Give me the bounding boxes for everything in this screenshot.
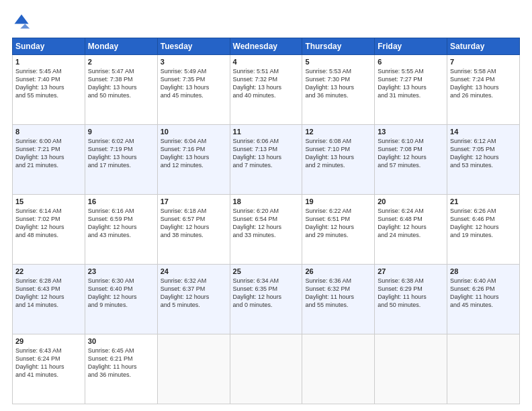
day-number: 16 [88, 197, 154, 205]
calendar-cell: 7Sunrise: 5:58 AMSunset: 7:24 PMDaylight… [447, 55, 520, 125]
week-row-4: 22Sunrise: 6:28 AMSunset: 6:43 PMDayligh… [13, 265, 520, 334]
calendar-cell: 13Sunrise: 6:10 AMSunset: 7:08 PMDayligh… [375, 125, 447, 195]
weekday-header-thursday: Thursday [302, 38, 375, 55]
calendar-cell: 17Sunrise: 6:18 AMSunset: 6:57 PMDayligh… [157, 195, 230, 265]
day-number: 13 [378, 128, 444, 136]
day-number: 3 [161, 58, 227, 66]
cell-details: Sunrise: 6:45 AMSunset: 6:21 PMDaylight:… [88, 347, 154, 379]
cell-details: Sunrise: 5:58 AMSunset: 7:24 PMDaylight:… [450, 67, 517, 100]
calendar-cell: 15Sunrise: 6:14 AMSunset: 7:02 PMDayligh… [13, 195, 85, 265]
day-number: 26 [305, 267, 371, 275]
calendar-cell: 11Sunrise: 6:06 AMSunset: 7:13 PMDayligh… [230, 125, 302, 195]
calendar-cell: 26Sunrise: 6:36 AMSunset: 6:32 PMDayligh… [302, 265, 375, 334]
day-number: 19 [305, 197, 371, 205]
calendar-cell: 16Sunrise: 6:16 AMSunset: 6:59 PMDayligh… [85, 195, 157, 265]
day-number: 9 [88, 128, 154, 136]
calendar-cell: 9Sunrise: 6:02 AMSunset: 7:19 PMDaylight… [85, 125, 157, 195]
page: SundayMondayTuesdayWednesdayThursdayFrid… [0, 0, 532, 411]
day-number: 17 [161, 197, 227, 205]
week-row-3: 15Sunrise: 6:14 AMSunset: 7:02 PMDayligh… [13, 195, 520, 265]
weekday-header-sunday: Sunday [13, 38, 85, 55]
svg-marker-0 [15, 15, 29, 24]
cell-details: Sunrise: 6:28 AMSunset: 6:43 PMDaylight:… [15, 277, 82, 310]
cell-details: Sunrise: 5:51 AMSunset: 7:32 PMDaylight:… [233, 67, 300, 100]
calendar-cell: 6Sunrise: 5:55 AMSunset: 7:27 PMDaylight… [375, 55, 447, 125]
calendar-cell [157, 334, 230, 404]
day-number: 27 [378, 267, 444, 275]
calendar-cell: 3Sunrise: 5:49 AMSunset: 7:35 PMDaylight… [157, 55, 230, 125]
cell-details: Sunrise: 6:24 AMSunset: 6:48 PMDaylight:… [378, 207, 444, 240]
cell-details: Sunrise: 6:00 AMSunset: 7:21 PMDaylight:… [15, 137, 82, 170]
day-number: 24 [161, 267, 227, 275]
day-number: 7 [450, 58, 517, 66]
cell-details: Sunrise: 5:55 AMSunset: 7:27 PMDaylight:… [378, 67, 444, 100]
calendar-cell [447, 334, 520, 404]
day-number: 14 [450, 128, 517, 136]
cell-details: Sunrise: 6:22 AMSunset: 6:51 PMDaylight:… [305, 207, 371, 240]
calendar-cell: 2Sunrise: 5:47 AMSunset: 7:38 PMDaylight… [85, 55, 157, 125]
calendar-cell: 8Sunrise: 6:00 AMSunset: 7:21 PMDaylight… [13, 125, 85, 195]
cell-details: Sunrise: 6:43 AMSunset: 6:24 PMDaylight:… [15, 347, 82, 379]
cell-details: Sunrise: 6:02 AMSunset: 7:19 PMDaylight:… [88, 137, 154, 170]
cell-details: Sunrise: 6:14 AMSunset: 7:02 PMDaylight:… [15, 207, 82, 240]
calendar-cell: 29Sunrise: 6:43 AMSunset: 6:24 PMDayligh… [13, 334, 85, 404]
day-number: 12 [305, 128, 371, 136]
cell-details: Sunrise: 6:40 AMSunset: 6:26 PMDaylight:… [450, 277, 517, 310]
calendar: SundayMondayTuesdayWednesdayThursdayFrid… [12, 38, 520, 404]
weekday-header-wednesday: Wednesday [230, 38, 302, 55]
calendar-cell [230, 334, 302, 404]
calendar-cell: 30Sunrise: 6:45 AMSunset: 6:21 PMDayligh… [85, 334, 157, 404]
day-number: 4 [233, 58, 300, 66]
logo [12, 12, 34, 31]
calendar-cell: 27Sunrise: 6:38 AMSunset: 6:29 PMDayligh… [375, 265, 447, 334]
cell-details: Sunrise: 6:30 AMSunset: 6:40 PMDaylight:… [88, 277, 154, 310]
day-number: 21 [450, 197, 517, 205]
weekday-header-friday: Friday [375, 38, 447, 55]
weekday-header-row: SundayMondayTuesdayWednesdayThursdayFrid… [13, 38, 520, 55]
svg-marker-1 [20, 24, 30, 29]
cell-details: Sunrise: 6:18 AMSunset: 6:57 PMDaylight:… [161, 207, 227, 240]
cell-details: Sunrise: 6:16 AMSunset: 6:59 PMDaylight:… [88, 207, 154, 240]
header [12, 12, 520, 31]
calendar-cell [375, 334, 447, 404]
calendar-cell: 10Sunrise: 6:04 AMSunset: 7:16 PMDayligh… [157, 125, 230, 195]
calendar-cell: 19Sunrise: 6:22 AMSunset: 6:51 PMDayligh… [302, 195, 375, 265]
day-number: 2 [88, 58, 154, 66]
calendar-cell: 5Sunrise: 5:53 AMSunset: 7:30 PMDaylight… [302, 55, 375, 125]
day-number: 6 [378, 58, 444, 66]
calendar-cell: 22Sunrise: 6:28 AMSunset: 6:43 PMDayligh… [13, 265, 85, 334]
calendar-cell: 18Sunrise: 6:20 AMSunset: 6:54 PMDayligh… [230, 195, 302, 265]
cell-details: Sunrise: 6:38 AMSunset: 6:29 PMDaylight:… [378, 277, 444, 310]
day-number: 5 [305, 58, 371, 66]
cell-details: Sunrise: 6:12 AMSunset: 7:05 PMDaylight:… [450, 137, 517, 170]
cell-details: Sunrise: 6:10 AMSunset: 7:08 PMDaylight:… [378, 137, 444, 170]
logo-icon [12, 12, 31, 31]
day-number: 18 [233, 197, 300, 205]
day-number: 11 [233, 128, 300, 136]
calendar-cell: 1Sunrise: 5:45 AMSunset: 7:40 PMDaylight… [13, 55, 85, 125]
cell-details: Sunrise: 6:32 AMSunset: 6:37 PMDaylight:… [161, 277, 227, 310]
calendar-cell: 28Sunrise: 6:40 AMSunset: 6:26 PMDayligh… [447, 265, 520, 334]
calendar-cell: 21Sunrise: 6:26 AMSunset: 6:46 PMDayligh… [447, 195, 520, 265]
calendar-cell: 24Sunrise: 6:32 AMSunset: 6:37 PMDayligh… [157, 265, 230, 334]
calendar-cell: 4Sunrise: 5:51 AMSunset: 7:32 PMDaylight… [230, 55, 302, 125]
day-number: 8 [15, 128, 82, 136]
cell-details: Sunrise: 5:49 AMSunset: 7:35 PMDaylight:… [161, 67, 227, 100]
weekday-header-monday: Monday [85, 38, 157, 55]
day-number: 28 [450, 267, 517, 275]
cell-details: Sunrise: 6:34 AMSunset: 6:35 PMDaylight:… [233, 277, 300, 310]
cell-details: Sunrise: 6:36 AMSunset: 6:32 PMDaylight:… [305, 277, 371, 310]
cell-details: Sunrise: 6:20 AMSunset: 6:54 PMDaylight:… [233, 207, 300, 240]
week-row-1: 1Sunrise: 5:45 AMSunset: 7:40 PMDaylight… [13, 55, 520, 125]
calendar-cell [302, 334, 375, 404]
cell-details: Sunrise: 6:26 AMSunset: 6:46 PMDaylight:… [450, 207, 517, 240]
cell-details: Sunrise: 6:04 AMSunset: 7:16 PMDaylight:… [161, 137, 227, 170]
cell-details: Sunrise: 6:08 AMSunset: 7:10 PMDaylight:… [305, 137, 371, 170]
cell-details: Sunrise: 5:47 AMSunset: 7:38 PMDaylight:… [88, 67, 154, 100]
week-row-2: 8Sunrise: 6:00 AMSunset: 7:21 PMDaylight… [13, 125, 520, 195]
calendar-cell: 25Sunrise: 6:34 AMSunset: 6:35 PMDayligh… [230, 265, 302, 334]
cell-details: Sunrise: 5:53 AMSunset: 7:30 PMDaylight:… [305, 67, 371, 100]
day-number: 10 [161, 128, 227, 136]
calendar-cell: 12Sunrise: 6:08 AMSunset: 7:10 PMDayligh… [302, 125, 375, 195]
day-number: 29 [15, 337, 82, 345]
